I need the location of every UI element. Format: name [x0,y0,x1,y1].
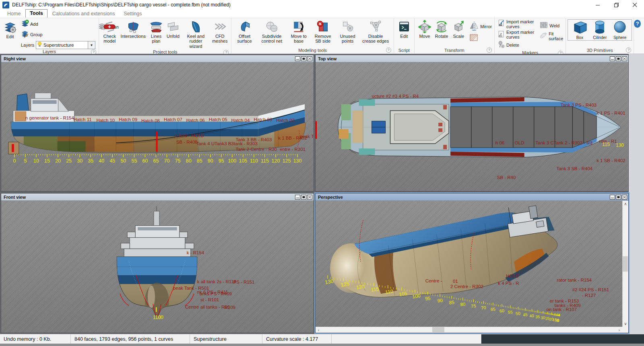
ruler-label: 25 [66,158,72,164]
right-view-canvas[interactable]: n generator tank - R154Hatch 11Hatch 10H… [1,62,314,191]
ribbon-help-button[interactable]: ? [634,20,641,28]
group-help-icon[interactable]: ? [386,47,391,53]
perspective-horizontal-scrollbar[interactable]: ‹ › [316,327,622,333]
top-view-canvas[interactable]: ucture #2 #3 4 PS - R4PS - R407Tank 3 PS… [316,62,628,191]
layer-selector-dropdown-button[interactable]: ▼ [88,41,95,49]
ruler-label: 80 [186,158,192,164]
ribbon-item-check-model[interactable]: Check model [102,19,118,44]
remove-sb-icon [316,20,329,33]
model-region-label: 2 Centre - R302 [450,284,483,289]
vertical-scroll-thumb[interactable] [623,256,628,272]
ribbon-item-disable-crease-edges[interactable]: Disable crease edges [360,19,390,44]
ribbon-item-unfold[interactable]: Unfold [166,19,180,39]
ribbon-item-remove-sb-side[interactable]: Remove SB side [311,19,335,44]
ribbon-item-label: Intersections [121,34,146,39]
ribbon-group-modeling-tools: Offset surfaceSubdivide control netMove … [231,18,394,54]
viewport-close-icon[interactable] [307,56,312,61]
ribbon-item-export-marker-curves[interactable]: MRKExport marker curves [497,30,535,39]
ribbon-item-cilinder[interactable]: Cilinder [591,20,608,40]
top-view-titlebar[interactable]: Top view [316,55,628,62]
viewport-maximize-icon[interactable] [301,56,306,61]
model-region-label: st - R101 [200,297,219,302]
right-view-titlebar[interactable]: Right view [1,55,314,62]
disable-crease-icon [369,20,382,33]
ribbon-item-move[interactable]: Move [417,19,432,39]
model-region-label: SB - R408 [176,140,198,144]
ruler-label: 100 [155,315,163,320]
hatch-pattern-icon[interactable] [470,34,493,43]
ribbon-item-offset-surface[interactable]: Offset surface [234,19,254,44]
model-region-label: - R127 [582,293,596,298]
status-undo-memory: Undo memory : 0 Kb. [0,334,71,344]
ribbon-item-import-marker-curves[interactable]: MRKImport marker curves [497,19,535,29]
scroll-down-icon[interactable]: ∨ [623,321,629,327]
workspace-right-margin [629,54,644,334]
scroll-left-icon[interactable]: ‹ [316,327,322,333]
tab-settings[interactable]: Settings [120,10,146,18]
front-view-titlebar[interactable]: Front view [1,194,314,201]
primitives-box: BoxCilinderSphere [568,19,632,41]
ribbon-item-subdivide-control-net[interactable]: Subdivide control net [257,19,287,44]
layers-add-button[interactable]: Add [21,19,95,29]
ribbon-item-label: Move [419,34,430,39]
layers-group-button[interactable]: Group [21,30,95,39]
restore-button[interactable] [607,0,625,10]
cfd-meshes-icon [213,20,226,33]
tab-tools[interactable]: Tools [25,9,47,18]
ruler-label: 90 [437,297,443,303]
perspective-canvas[interactable]: Centre -012 Centre - R302HOLDk 4 PS - Rr… [316,201,628,333]
ribbon-item-edit-script[interactable]: Edit [397,19,411,39]
viewport-maximize-icon[interactable] [616,56,621,61]
ribbon-item-unused-points[interactable]: Unused points [337,19,358,44]
group-help-icon[interactable]: ? [626,47,631,53]
model-region-label: Hatch 02 [276,118,295,123]
viewport-close-icon[interactable] [307,195,312,200]
scroll-right-icon[interactable]: › [616,327,622,333]
ribbon-item-move-to-base[interactable]: Move to base [289,19,309,44]
viewport-minimize-icon[interactable] [610,56,615,61]
layers-edit-button[interactable]: Edit [3,20,17,49]
viewport-minimize-icon[interactable] [610,195,615,200]
ribbon-item-mirror[interactable]: Mirror [469,21,492,32]
ruler-label: 55 [508,309,513,315]
ribbon-item-keel-and-rudder-wizard[interactable]: Keel and rudder wizard [183,19,209,49]
close-button[interactable] [625,0,644,10]
workspace: Right view [0,54,644,334]
window-title: DELFTship: C:\Program Files\DELFTship\Sh… [12,2,231,8]
titlebar: DELFTship: C:\Program Files\DELFTship\Sh… [0,0,644,10]
layer-selector[interactable]: Superstructure ▼ [36,41,95,49]
group-help-icon[interactable]: ? [487,47,492,53]
ribbon-item-delete[interactable]: Delete [497,40,535,50]
lightbulb-icon [37,41,42,49]
viewport-maximize-icon[interactable] [616,195,621,200]
perspective-vertical-scrollbar[interactable]: ∧ ∨ [622,201,628,327]
delete-marker-icon [497,40,505,50]
ribbon-item-scale[interactable]: Scale [451,19,466,39]
app-logo-icon [2,2,9,8]
front-view-canvas[interactable]: k - R154k all tank 2s - R118PS - R151pea… [1,201,314,333]
viewport-maximize-icon[interactable] [301,195,306,200]
ruler-label: 15 [44,158,50,164]
viewport-minimize-icon[interactable] [295,195,300,200]
model-region-label: Tank 3 CTank 2 - R302 - R3 [536,140,592,145]
viewport-close-icon[interactable] [622,195,627,200]
perspective-titlebar[interactable]: Perspective [316,194,628,201]
ribbon-item-sphere[interactable]: Sphere [611,20,628,40]
scroll-up-icon[interactable]: ∧ [623,201,629,207]
viewport-close-icon[interactable] [622,56,627,61]
ribbon-item-intersections[interactable]: Intersections [120,19,147,39]
ruler-label: 110 [385,288,394,295]
ribbon-item-label: Lines plan [150,34,163,44]
ribbon-item-lines-plan[interactable]: Lines plan [149,19,163,44]
ribbon-item-fit-surface[interactable]: Fit surface [539,31,563,41]
horizontal-scroll-thumb[interactable] [432,327,444,332]
group-label-primitives: 3D Primitives [587,48,613,53]
ribbon-item-rotate[interactable]: Rotate [434,19,449,39]
viewport-minimize-icon[interactable] [295,56,300,61]
minimize-button[interactable] [588,0,607,10]
ribbon-item-cfd-meshes[interactable]: CFD meshes [211,19,229,44]
ribbon-item-weld[interactable]: Weld [539,21,563,31]
tab-calculations-and-extensions[interactable]: Calculations and extensions [48,10,119,18]
tab-home[interactable]: Home [3,10,25,18]
ribbon-item-box[interactable]: Box [571,20,588,40]
